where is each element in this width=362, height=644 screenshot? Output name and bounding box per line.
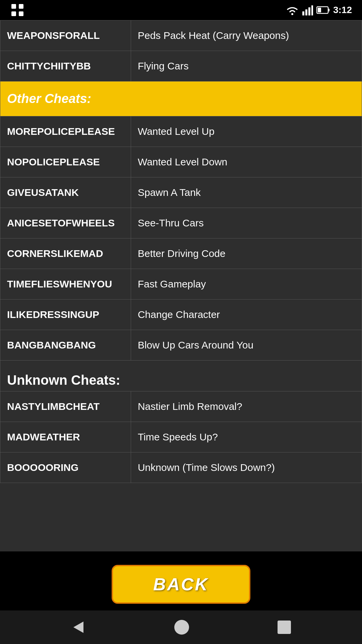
- cheat-code: ILIKEDRESSINGUP: [0, 300, 131, 330]
- cheat-effect: Fast Gameplay: [131, 269, 362, 300]
- time-display: 3:12: [333, 5, 352, 15]
- table-row: CORNERSLIKEMAD Better Driving Code: [0, 238, 362, 269]
- cheat-effect: Peds Pack Heat (Carry Weapons): [131, 20, 362, 51]
- nav-back-icon[interactable]: [70, 619, 87, 636]
- svg-rect-8: [311, 5, 313, 15]
- bottom-area: BACK: [0, 551, 362, 610]
- section-header-row: Other Cheats:: [0, 82, 362, 116]
- cheats-table: WEAPONSFORALL Peds Pack Heat (Carry Weap…: [0, 20, 362, 483]
- table-row: MADWEATHER Time Speeds Up?: [0, 422, 362, 452]
- other-cheats-header: Other Cheats:: [0, 82, 362, 116]
- battery-icon: [316, 5, 330, 15]
- svg-point-4: [291, 13, 293, 15]
- cheat-code: CORNERSLIKEMAD: [0, 238, 131, 269]
- nav-bar: [0, 610, 362, 644]
- cheat-code: TIMEFLIESWHENYOU: [0, 269, 131, 300]
- cheat-effect: Time Speeds Up?: [131, 422, 362, 452]
- table-row: BOOOOORING Unknown (Time Slows Down?): [0, 452, 362, 483]
- main-content: WEAPONSFORALL Peds Pack Heat (Carry Weap…: [0, 20, 362, 551]
- cheat-code: BANGBANGBANG: [0, 330, 131, 361]
- svg-rect-5: [302, 11, 304, 15]
- cheat-code: NOPOLICEPLEASE: [0, 147, 131, 177]
- cheat-effect: See-Thru Cars: [131, 208, 362, 238]
- unknown-cheats-header: Unknown Cheats:: [0, 361, 362, 391]
- cheat-code: MADWEATHER: [0, 422, 131, 452]
- table-row: BANGBANGBANG Blow Up Cars Around You: [0, 330, 362, 361]
- wifi-icon: [286, 5, 299, 15]
- svg-rect-7: [308, 7, 310, 15]
- svg-rect-2: [11, 11, 16, 16]
- cheat-code: WEAPONSFORALL: [0, 20, 131, 51]
- unknown-cheats-section: Unknown Cheats:: [0, 361, 362, 391]
- svg-rect-0: [11, 4, 16, 9]
- svg-rect-3: [19, 11, 23, 16]
- svg-rect-14: [278, 621, 291, 634]
- cheat-code: BOOOOORING: [0, 452, 131, 483]
- back-button[interactable]: BACK: [112, 565, 250, 604]
- cheat-code: CHITTYCHIITYBB: [0, 51, 131, 82]
- cheat-effect: Wanted Level Down: [131, 147, 362, 177]
- table-row: TIMEFLIESWHENYOU Fast Gameplay: [0, 269, 362, 300]
- svg-rect-10: [328, 9, 329, 11]
- table-row: CHITTYCHIITYBB Flying Cars: [0, 51, 362, 82]
- cheat-effect: Flying Cars: [131, 51, 362, 82]
- svg-point-13: [174, 620, 189, 635]
- table-row: NASTYLIMBCHEAT Nastier Limb Removal?: [0, 391, 362, 422]
- cheat-code: NASTYLIMBCHEAT: [0, 391, 131, 422]
- svg-marker-12: [73, 622, 83, 633]
- cheat-effect: Blow Up Cars Around You: [131, 330, 362, 361]
- nav-recents-icon[interactable]: [277, 620, 292, 635]
- cheat-code: ANICESETOFWHEELS: [0, 208, 131, 238]
- cheat-code: GIVEUSATANK: [0, 177, 131, 208]
- cheat-effect: Nastier Limb Removal?: [131, 391, 362, 422]
- svg-rect-6: [305, 9, 307, 15]
- cheat-effect: Change Character: [131, 300, 362, 330]
- table-row: ANICESETOFWHEELS See-Thru Cars: [0, 208, 362, 238]
- cheat-effect: Better Driving Code: [131, 238, 362, 269]
- signal-icon: [302, 5, 313, 15]
- table-row: WEAPONSFORALL Peds Pack Heat (Carry Weap…: [0, 20, 362, 51]
- status-bar-right: 3:12: [286, 5, 352, 15]
- status-bar: 3:12: [0, 0, 362, 20]
- table-row: MOREPOLICEPLEASE Wanted Level Up: [0, 116, 362, 147]
- svg-rect-11: [318, 8, 321, 12]
- status-bar-left: [10, 3, 25, 17]
- table-row: ILIKEDRESSINGUP Change Character: [0, 300, 362, 330]
- nav-home-icon[interactable]: [173, 619, 190, 636]
- cheat-effect: Unknown (Time Slows Down?): [131, 452, 362, 483]
- cheat-effect: Spawn A Tank: [131, 177, 362, 208]
- table-row: NOPOLICEPLEASE Wanted Level Down: [0, 147, 362, 177]
- cheat-code: MOREPOLICEPLEASE: [0, 116, 131, 147]
- carrier-icon: [10, 3, 25, 17]
- cheat-effect: Wanted Level Up: [131, 116, 362, 147]
- table-row: GIVEUSATANK Spawn A Tank: [0, 177, 362, 208]
- svg-rect-1: [19, 4, 23, 9]
